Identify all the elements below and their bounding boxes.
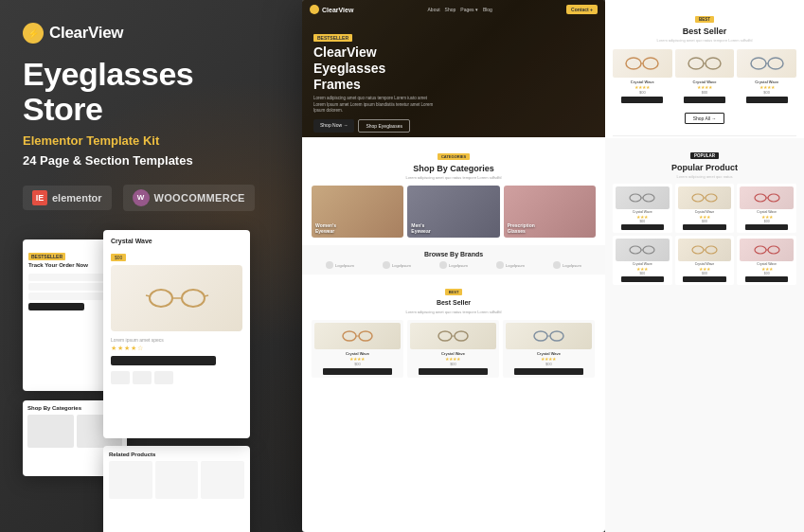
rp-pop-btn-4[interactable] [621,276,664,282]
ms-brand-4: LogoIpsum [496,261,525,269]
rp-shopall[interactable]: Shop All → [613,107,796,124]
ms-brand-1: LogoIpsum [326,261,354,269]
rp-pop-item-1[interactable]: Crystal Wave ★★★ $00 [613,184,672,233]
ms-bs-badge: BEST [312,280,596,297]
ms-prod-btn-1[interactable] [323,368,392,375]
rp-pop-item-4[interactable]: Crystal Wave ★★★ $00 [613,236,672,285]
ms-prod-btn-3[interactable] [514,368,583,375]
rp-prod-img-3 [737,49,796,78]
ms-brand-text-3: LogoIpsum [449,263,468,268]
ms-nav-links: About Shop Pages ▾ Blog [359,7,561,12]
rp-pop-btn-3[interactable] [745,224,788,230]
rp-bs-badge: BEST [613,8,796,25]
woo-icon: W [133,189,150,206]
brand-logo: ⚡ ClearView [23,23,233,44]
rp-pop-price-3: $00 [740,220,794,223]
rp-pop-item-6[interactable]: Crystal Wave ★★★ $00 [737,236,796,285]
svg-line-3 [146,295,150,296]
ms-hero-title: ClearViewEyeglassesFrames [313,44,594,92]
ms-brand-icon-2 [383,261,390,269]
rp-pop-price-5: $00 [678,272,732,275]
related-item-3 [201,461,244,499]
rp-pop-badge-text: POPULAR [690,152,719,159]
ms-prod-3[interactable]: Crystal Wave ★★★★ $00 [503,320,595,378]
rp-pop-price-4: $00 [616,272,670,275]
ms-brand-icon-3 [439,261,447,269]
svg-point-20 [751,58,766,69]
ms-nav-about: About [428,7,440,12]
rp-glasses-1 [624,56,660,71]
rp-pop-btn-6[interactable] [745,276,788,282]
ms-hero-btn-shop-now[interactable]: Shop Now → [313,119,354,133]
rp-pop-glasses-6 [753,244,781,256]
rp-glasses-3 [749,56,785,71]
ms-brand-icon-5 [553,261,561,269]
product-stars: ★★★★☆ [111,345,242,352]
rp-prod-btn-2[interactable] [684,97,725,103]
rp-pop-glasses-1 [628,192,656,204]
ms-brand-text-1: LogoIpsum [335,263,354,268]
svg-point-8 [438,331,452,341]
rp-pop-desc: Lorem adipiscing amet quo natus [613,174,796,179]
ms-prod-img-2 [410,323,496,349]
svg-point-27 [706,194,717,202]
rp-prod-3[interactable]: Crystal Wave ★★★★ $00 [737,49,796,103]
svg-point-21 [768,58,783,69]
ms-nav-logo: ClearView [310,5,353,14]
ms-nav-logo-text: ClearView [322,7,353,13]
rp-prod-btn-3[interactable] [746,97,788,103]
ms-cat-men[interactable]: Men'sEyewear [407,186,499,238]
ms-brand-icon-4 [496,261,504,269]
rp-pop-title: Popular Product [613,163,796,172]
svg-line-4 [205,295,208,296]
ms-prod-glasses-2 [437,329,470,343]
ms-cat-women[interactable]: Women'sEyewear [312,186,403,238]
svg-point-6 [359,331,372,341]
ms-hero-btn-eyeglasses[interactable]: Shop Eyeglasses [358,119,410,133]
ms-brand-2: LogoIpsum [383,261,411,269]
ms-nav: ClearView About Shop Pages ▾ Blog Contac… [302,0,605,19]
rp-prod-2[interactable]: Crystal Wave ★★★★ $00 [675,49,735,103]
ms-prod-2[interactable]: Crystal Wave ★★★★ $00 [407,320,499,378]
ms-brand-text-4: LogoIpsum [506,263,525,268]
product-thumb-2 [133,371,152,384]
svg-point-32 [630,246,641,254]
brand-name: ClearView [49,24,123,43]
related-title: Related Products [109,452,244,457]
rp-pop-btn-5[interactable] [683,276,725,282]
ms-nav-shop: Shop [445,7,456,12]
ms-prod-glasses-1 [341,329,374,343]
svg-point-17 [688,58,704,69]
shopcat-item-1 [27,415,74,448]
rp-products-row: Crystal Wave ★★★★ $00 Crystal Wave ★★★★ … [613,49,796,103]
ms-cat-prescription[interactable]: PrescriptionGlasses [504,186,596,238]
ms-bs-desc: Lorem adipiscing amet quo natus tempore … [312,310,596,314]
ms-brand-icon-1 [326,261,333,269]
rp-prod-price-2: $00 [675,90,735,95]
track-submit-btn [28,303,84,310]
ms-prod-btn-2[interactable] [419,368,488,375]
ms-nav-cta[interactable]: Contact + [566,5,598,14]
product-thumb-3 [154,371,173,384]
rp-prod-btn-1[interactable] [621,97,663,103]
rp-bestseller-section: BEST Best Seller Lorem adipiscing amet q… [605,0,804,133]
ms-brand-5: LogoIpsum [553,261,581,269]
rp-popular-section: POPULAR Popular Product Lorem adipiscing… [605,138,804,532]
rp-pop-btn-1[interactable] [621,224,664,230]
rp-pop-item-2[interactable]: Crystal Wave ★★★ $00 [675,184,735,233]
ms-brand-text-5: LogoIpsum [563,263,581,268]
ms-prod-1[interactable]: Crystal Wave ★★★★ $00 [312,320,403,378]
rp-prod-1[interactable]: Crystal Wave ★★★★ $00 [613,49,672,103]
badge-elementor: IE elementor [23,186,112,210]
related-item-2 [155,461,199,499]
ms-brand-text-2: LogoIpsum [392,263,411,268]
rp-pop-item-5[interactable]: Crystal Wave ★★★ $00 [675,236,735,285]
ms-prod-glasses-3 [532,329,565,343]
ms-hero-desc: Lorem adipiscing amet quo natus tempore … [313,96,437,114]
rp-pop-item-3[interactable]: Crystal Wave ★★★ $00 [737,184,796,233]
rp-pop-btn-2[interactable] [683,224,725,230]
ms-cat-title: Shop By Categories [312,164,596,173]
ms-prod-price-1: $00 [314,362,401,366]
ms-hero-btns: Shop Now → Shop Eyeglasses [313,119,594,133]
rp-pop-price-2: $00 [678,220,732,223]
